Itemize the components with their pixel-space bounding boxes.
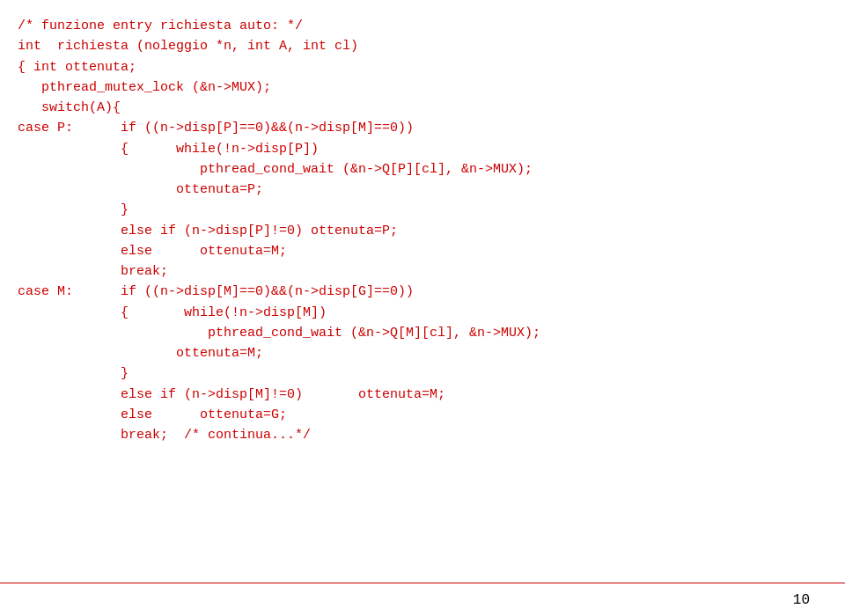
line-case-p: case P: if ((n->disp[P]==0)&&(n->disp[M]… (18, 121, 414, 136)
line-while-p: { while(!n->disp[P]) (18, 142, 319, 157)
line-close-brace-m: } (18, 366, 129, 381)
line-while-m: { while(!n->disp[M]) (18, 305, 327, 320)
line-ottenuta-p1: ottenuta=P; (18, 182, 263, 197)
line-int-func: int richiesta (noleggio *n, int A, int c… (18, 39, 358, 54)
line-close-brace-p: } (18, 202, 129, 217)
line-brace-open: { int ottenuta; (18, 60, 136, 75)
line-cond-wait-m: pthread_cond_wait (&n->Q[M][cl], &n->MUX… (18, 326, 540, 341)
line-mutex: pthread_mutex_lock (&n->MUX); (18, 80, 271, 95)
line-else-g: else ottenuta=G; (18, 407, 287, 422)
line-else-if-m: else if (n->disp[M]!=0) ottenuta=M; (18, 387, 445, 402)
page-number: 10 (793, 592, 810, 608)
line-break-p: break; (18, 264, 168, 279)
line-comment1: /* funzione entry richiesta auto: */ (18, 18, 303, 33)
line-cond-wait-p: pthread_cond_wait (&n->Q[P][cl], &n->MUX… (18, 162, 533, 177)
line-case-m: case M: if ((n->disp[M]==0)&&(n->disp[G]… (18, 284, 414, 299)
page-container: /* funzione entry richiesta auto: */ int… (0, 0, 845, 616)
line-ottenuta-m: ottenuta=M; (18, 346, 263, 361)
code-area: /* funzione entry richiesta auto: */ int… (0, 0, 845, 583)
line-else-m: else ottenuta=M; (18, 244, 287, 259)
code-block: /* funzione entry richiesta auto: */ int… (18, 16, 819, 445)
line-switch: switch(A){ (18, 100, 121, 115)
line-break-comment: break; /* continua...*/ (18, 428, 311, 443)
bottom-bar: 10 (0, 583, 845, 616)
line-else-if-p: else if (n->disp[P]!=0) ottenuta=P; (18, 224, 398, 238)
